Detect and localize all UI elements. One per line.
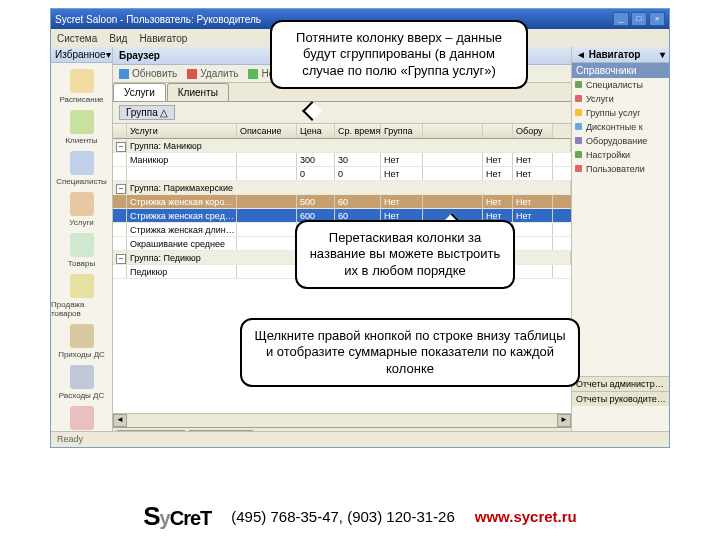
shortcut-icon	[70, 69, 94, 93]
sidebar-shortcut[interactable]: Расписание	[51, 69, 112, 104]
sidebar-shortcut[interactable]: Специалисты	[51, 151, 112, 186]
table-row[interactable]: Стрижка женская коро…50060НетНетНет	[113, 195, 571, 209]
column-header[interactable]: Обору	[513, 124, 553, 138]
column-header[interactable]: Описание	[237, 124, 297, 138]
expand-icon[interactable]: −	[116, 142, 126, 152]
sidebar-shortcut[interactable]: Расходы ДС	[51, 365, 112, 400]
nav-reports-admin[interactable]: Отчеты администр…	[572, 376, 669, 391]
sidebar-shortcut[interactable]: Услуги	[51, 192, 112, 227]
expand-icon[interactable]: −	[116, 254, 126, 264]
shortcut-icon	[70, 274, 94, 298]
footer: SyCreT (495) 768-35-47, (903) 120-31-26 …	[0, 501, 720, 532]
nav-item[interactable]: Дисконтные к	[572, 120, 669, 134]
chevron-down-icon: ▾	[106, 49, 111, 60]
column-header[interactable]: Группа	[381, 124, 423, 138]
shortcut-icon	[70, 233, 94, 257]
maximize-button[interactable]: □	[631, 12, 647, 26]
column-header[interactable]: Услуги	[127, 124, 237, 138]
nav-item[interactable]: Группы услуг	[572, 106, 669, 120]
menu-system[interactable]: Система	[57, 33, 97, 44]
nav-reports-manager[interactable]: Отчеты руководите…	[572, 391, 669, 406]
navigator-header[interactable]: ◄ Навигатор ▾	[572, 47, 669, 63]
nav-item[interactable]: Услуги	[572, 92, 669, 106]
table-row[interactable]: 00НетНетНет	[113, 167, 571, 181]
grid-header-row: УслугиОписаниеЦенаСр. времяГруппаОбору	[113, 124, 571, 139]
column-header[interactable]	[423, 124, 483, 138]
scroll-left-button[interactable]: ◄	[113, 414, 127, 427]
column-header[interactable]: Ср. время	[335, 124, 381, 138]
group-row[interactable]: −Группа: Парикмахерские	[113, 181, 571, 195]
delete-button[interactable]: Удалить	[187, 68, 238, 79]
close-button[interactable]: ×	[649, 12, 665, 26]
group-by-row[interactable]: Группа △	[113, 102, 571, 124]
menu-navigator[interactable]: Навигатор	[139, 33, 187, 44]
tab-clients[interactable]: Клиенты	[167, 83, 229, 101]
right-sidebar: ◄ Навигатор ▾ Справочники СпециалистыУсл…	[571, 47, 669, 447]
footer-url: www.sycret.ru	[475, 508, 577, 525]
sidebar-shortcut[interactable]: Товары	[51, 233, 112, 268]
window-title: Sycret Saloon - Пользователь: Руководите…	[55, 14, 261, 25]
column-header[interactable]	[113, 124, 127, 138]
refresh-icon	[119, 69, 129, 79]
delete-icon	[187, 69, 197, 79]
horizontal-scrollbar[interactable]: ◄ ►	[113, 413, 571, 427]
sidebar-shortcut[interactable]: Приходы ДС	[51, 324, 112, 359]
nav-item[interactable]: Пользователи	[572, 162, 669, 176]
shortcut-icon	[70, 110, 94, 134]
column-header[interactable]	[483, 124, 513, 138]
callout-summary-hint: Щелкните правой кнопкой по строке внизу …	[240, 318, 580, 387]
plus-icon	[248, 69, 258, 79]
minimize-button[interactable]: _	[613, 12, 629, 26]
refresh-button[interactable]: Обновить	[119, 68, 177, 79]
column-header[interactable]: Цена	[297, 124, 335, 138]
shortcut-icon	[70, 365, 94, 389]
shortcut-icon	[70, 151, 94, 175]
tab-services[interactable]: Услуги	[113, 83, 166, 101]
shortcut-icon	[70, 324, 94, 348]
scroll-right-button[interactable]: ►	[557, 414, 571, 427]
sidebar-shortcut[interactable]: Продажа товаров	[51, 274, 112, 318]
group-row[interactable]: −Группа: Маникюр	[113, 139, 571, 153]
nav-category[interactable]: Справочники	[572, 63, 669, 78]
menu-view[interactable]: Вид	[109, 33, 127, 44]
chevron-down-icon: ▾	[660, 49, 665, 60]
shortcut-icon	[70, 406, 94, 430]
group-chip[interactable]: Группа △	[119, 105, 175, 120]
callout-group-hint: Потяните колонку вверх – данные будут сг…	[270, 20, 528, 89]
nav-item[interactable]: Настройки	[572, 148, 669, 162]
left-sidebar: Избранное ▾ РасписаниеКлиентыСпециалисты…	[51, 47, 113, 447]
shortcut-icon	[70, 192, 94, 216]
footer-phones: (495) 768-35-47, (903) 120-31-26	[231, 508, 454, 525]
table-row[interactable]: Маникюр30030НетНетНет	[113, 153, 571, 167]
logo: SyCreT	[143, 501, 211, 532]
nav-item[interactable]: Оборудование	[572, 134, 669, 148]
favorites-header[interactable]: Избранное ▾	[51, 47, 112, 63]
callout-reorder-hint: Перетаскивая колонки за название вы може…	[295, 220, 515, 289]
expand-icon[interactable]: −	[116, 184, 126, 194]
nav-item[interactable]: Специалисты	[572, 78, 669, 92]
status-bar: Ready	[51, 431, 669, 447]
sidebar-shortcut[interactable]: Клиенты	[51, 110, 112, 145]
